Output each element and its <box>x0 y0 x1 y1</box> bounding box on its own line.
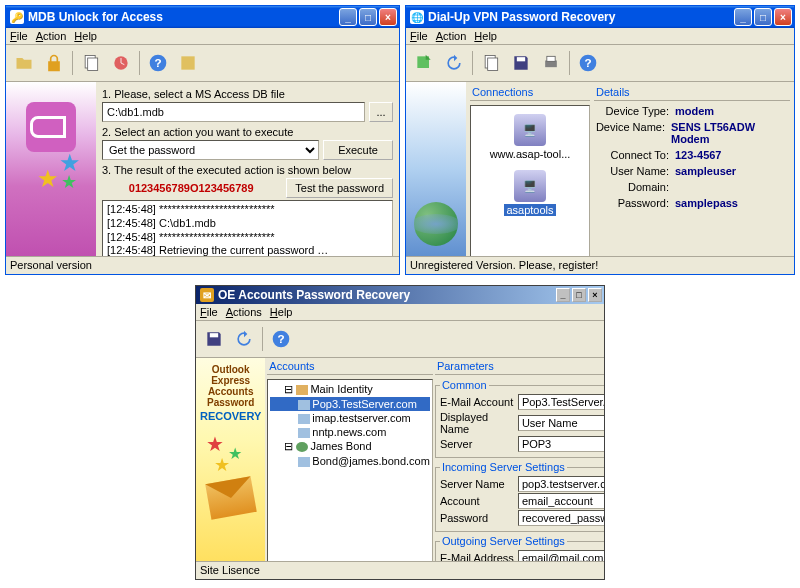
svg-text:?: ? <box>154 56 161 69</box>
tree-item[interactable]: nntp.news.com <box>270 425 430 439</box>
close-button[interactable]: × <box>588 288 602 302</box>
minimize-button[interactable]: _ <box>556 288 570 302</box>
copy-icon[interactable] <box>477 49 505 77</box>
svg-text:?: ? <box>584 56 591 69</box>
svg-rect-1 <box>88 58 98 71</box>
detail-label: Device Type: <box>594 105 669 117</box>
path-input[interactable] <box>102 102 365 122</box>
sidebar-subheading: RECOVERY <box>200 410 261 422</box>
titlebar[interactable]: 🌐 Dial-Up VPN Password Recovery _ □ × <box>406 6 794 28</box>
connections-list[interactable]: 🖥️ www.asap-tool... 🖥️ asaptools <box>470 105 590 256</box>
minimize-button[interactable]: _ <box>734 8 752 26</box>
param-value[interactable] <box>518 415 604 431</box>
detail-value: sampleuser <box>675 165 736 177</box>
titlebar[interactable]: 🔑 MDB Unlock for Access _ □ × <box>6 6 399 28</box>
tree-item[interactable]: Pop3.TestServer.com <box>270 397 430 411</box>
param-value[interactable] <box>518 394 604 410</box>
action-select[interactable]: Get the password <box>102 140 319 160</box>
mail-icon <box>298 457 310 467</box>
tree-item[interactable]: imap.testserver.com <box>270 411 430 425</box>
window-oe-recovery: ✉ OE Accounts Password Recovery _ □ × Fi… <box>195 285 605 580</box>
app-icon: 🔑 <box>10 10 24 24</box>
add-icon[interactable] <box>410 49 438 77</box>
svg-rect-14 <box>210 333 218 337</box>
param-value[interactable] <box>518 436 604 452</box>
test-password-button[interactable]: Test the password <box>286 178 393 198</box>
minimize-button[interactable]: _ <box>339 8 357 26</box>
menu-file[interactable]: File <box>410 30 428 42</box>
browse-button[interactable]: ... <box>369 102 393 122</box>
menu-help[interactable]: Help <box>474 30 497 42</box>
mail-icon <box>298 414 310 424</box>
maximize-button[interactable]: □ <box>754 8 772 26</box>
tree-item[interactable]: Bond@james.bond.com <box>270 454 430 468</box>
log-line: [12:45:48] *************************** <box>107 203 388 217</box>
close-button[interactable]: × <box>774 8 792 26</box>
detail-value: SENS LT56ADW Modem <box>671 121 790 145</box>
key-icon <box>26 102 76 152</box>
mail-icon <box>298 428 310 438</box>
home-icon <box>296 385 308 395</box>
menubar: File Action Help <box>6 28 399 45</box>
connection-item[interactable]: 🖥️ asaptools <box>485 170 575 216</box>
help-icon[interactable]: ? <box>267 325 295 353</box>
maximize-button[interactable]: □ <box>359 8 377 26</box>
svg-rect-5 <box>181 56 194 69</box>
accounts-tree[interactable]: ⊟ Main IdentityPop3.TestServer.comimap.t… <box>267 379 433 561</box>
close-button[interactable]: × <box>379 8 397 26</box>
menu-file[interactable]: File <box>200 306 218 318</box>
detail-label: Password: <box>594 197 669 209</box>
menu-action[interactable]: Action <box>436 30 467 42</box>
svg-rect-11 <box>547 56 555 61</box>
help-icon[interactable]: ? <box>574 49 602 77</box>
group-legend: Incoming Server Settings <box>440 461 567 473</box>
details-panel: Device Type: modem Device Name: SENS LT5… <box>594 105 790 209</box>
titlebar[interactable]: ✉ OE Accounts Password Recovery _ □ × <box>196 286 604 304</box>
menu-help[interactable]: Help <box>74 30 97 42</box>
menu-help[interactable]: Help <box>270 306 293 318</box>
svg-rect-9 <box>517 57 525 61</box>
user-icon <box>296 442 308 452</box>
refresh-icon[interactable] <box>440 49 468 77</box>
svg-rect-8 <box>488 58 498 71</box>
statusbar: Unregistered Version. Please, register! <box>406 256 794 274</box>
print-icon[interactable] <box>537 49 565 77</box>
maximize-button[interactable]: □ <box>572 288 586 302</box>
param-row: Server <box>440 436 604 452</box>
mail-icon <box>298 400 310 410</box>
param-label: E-Mail Account <box>440 396 518 408</box>
connection-icon: 🖥️ <box>514 170 546 202</box>
param-row: Server Name <box>440 476 604 492</box>
menu-action[interactable]: Action <box>36 30 67 42</box>
save-icon[interactable] <box>507 49 535 77</box>
refresh-icon[interactable] <box>230 325 258 353</box>
log-line: [12:45:48] C:\db1.mdb <box>107 217 388 231</box>
menu-actions[interactable]: Actions <box>226 306 262 318</box>
window-vpn-recovery: 🌐 Dial-Up VPN Password Recovery _ □ × Fi… <box>405 5 795 275</box>
tree-item[interactable]: ⊟ James Bond <box>270 439 430 454</box>
save-icon[interactable] <box>200 325 228 353</box>
step2-label: 2. Select an action you want to execute <box>102 126 393 138</box>
param-group: Incoming Server Settings Server Name Acc… <box>435 461 604 532</box>
connection-label: asaptools <box>504 204 555 216</box>
copy-icon[interactable] <box>77 49 105 77</box>
detail-row: User Name: sampleuser <box>594 165 790 177</box>
detail-row: Device Type: modem <box>594 105 790 117</box>
settings-icon[interactable] <box>107 49 135 77</box>
about-icon[interactable] <box>174 49 202 77</box>
detail-row: Password: samplepass <box>594 197 790 209</box>
menu-file[interactable]: File <box>10 30 28 42</box>
connection-label: www.asap-tool... <box>490 148 571 160</box>
param-value[interactable] <box>518 476 604 492</box>
window-title: Dial-Up VPN Password Recovery <box>428 10 734 24</box>
connection-item[interactable]: 🖥️ www.asap-tool... <box>485 114 575 160</box>
param-value[interactable] <box>518 493 604 509</box>
log-output[interactable]: [12:45:48] ***************************[1… <box>102 200 393 256</box>
param-value[interactable] <box>518 550 604 561</box>
open-icon[interactable] <box>10 49 38 77</box>
param-value[interactable] <box>518 510 604 526</box>
help-icon[interactable]: ? <box>144 49 172 77</box>
unlock-icon[interactable] <box>40 49 68 77</box>
tree-item[interactable]: ⊟ Main Identity <box>270 382 430 397</box>
execute-button[interactable]: Execute <box>323 140 393 160</box>
